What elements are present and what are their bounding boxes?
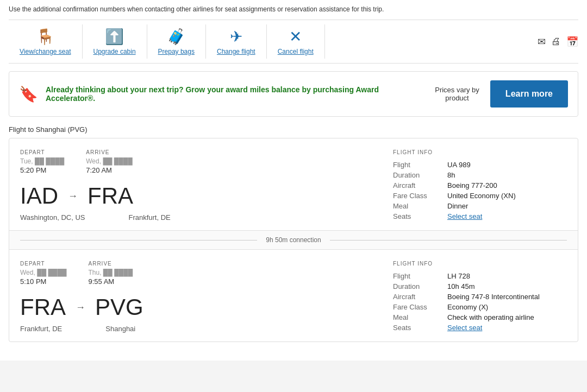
duration-label-2: Duration <box>393 281 447 292</box>
seats-label: Seats <box>393 211 447 222</box>
segment-1-depart-col: DEPART Tue, ██ ████ 5:20 PM <box>20 149 64 179</box>
select-seat-link-1[interactable]: Select seat <box>447 212 482 220</box>
flight-number-label-2: Flight <box>393 271 447 281</box>
table-row: Seats Select seat <box>393 323 567 333</box>
table-row: Fare Class United Economy (XN) <box>393 191 567 201</box>
flight-number-value: UA 989 <box>447 160 567 170</box>
table-row: Duration 10h 45m <box>393 281 567 292</box>
meal-label: Meal <box>393 201 447 211</box>
fare-class-value-2: Economy (X) <box>447 302 567 312</box>
duration-label: Duration <box>393 170 447 180</box>
segment-2-flight-info-label: FLIGHT INFO <box>393 261 567 267</box>
segment-2-info-table: Flight LH 728 Duration 10h 45m Aircraft … <box>393 271 567 333</box>
segment-2-main: DEPART Wed, ██ ████ 5:10 PM ARRIVE Thu, … <box>20 261 393 333</box>
cancel-flight-action[interactable]: ✕ Cancel flight <box>267 24 325 59</box>
segment-2-from-city: Frankfurt, DE <box>20 325 62 333</box>
duration-value-2: 10h 45m <box>447 281 567 292</box>
segment-1-arrive-label: ARRIVE <box>86 149 132 155</box>
segment-1-depart-time: 5:20 PM <box>20 166 64 174</box>
action-bar-utilities: ✉ 🖨 📅 <box>538 36 578 48</box>
divider-line-right <box>330 240 567 241</box>
prepay-bags-action[interactable]: 🧳 Prepay bags <box>147 24 206 59</box>
segment-1-flight-info: FLIGHT INFO Flight UA 989 Duration 8h Ai… <box>393 149 567 222</box>
email-icon[interactable]: ✉ <box>538 36 546 48</box>
print-icon[interactable]: 🖨 <box>551 36 561 47</box>
segment-1-flight-info-label: FLIGHT INFO <box>393 149 567 155</box>
segment-2-top: DEPART Wed, ██ ████ 5:10 PM ARRIVE Thu, … <box>20 261 393 290</box>
promo-banner: 🔖 Already thinking about your next trip?… <box>9 71 578 117</box>
segment-1-arrive-time: 7:20 AM <box>86 166 132 174</box>
flight-number-value-2: LH 728 <box>447 271 567 281</box>
view-change-seat-action[interactable]: 🪑 View/change seat <box>9 24 83 59</box>
segment-2-to-code: PVG <box>95 294 143 320</box>
table-row: Flight UA 989 <box>393 160 567 170</box>
segment-2-depart-date: Wed, ██ ████ <box>20 269 66 276</box>
segment-2-arrive-col: ARRIVE Thu, ██ ████ 9:55 AM <box>88 261 133 290</box>
segment-2-arrive-label: ARRIVE <box>88 261 133 267</box>
flight-section-title: Flight to Shanghai (PVG) <box>9 125 578 134</box>
aircraft-label: Aircraft <box>393 180 447 191</box>
table-row: Meal Dinner <box>393 201 567 211</box>
segment-1-airport-row: IAD → FRA <box>20 183 393 209</box>
upgrade-icon: ⬆️ <box>105 28 124 46</box>
fare-class-value: United Economy (XN) <box>447 191 567 201</box>
promo-bookmark-icon: 🔖 <box>19 85 38 103</box>
aircraft-value: Boeing 777-200 <box>447 180 567 191</box>
table-row: Flight LH 728 <box>393 271 567 281</box>
cancel-icon: ✕ <box>289 28 302 46</box>
change-flight-label: Change flight <box>217 48 255 55</box>
table-row: Duration 8h <box>393 170 567 180</box>
upgrade-cabin-label: Upgrade cabin <box>93 48 136 55</box>
segment-1-info-table: Flight UA 989 Duration 8h Aircraft Boein… <box>393 160 567 222</box>
segment-1-main: DEPART Tue, ██ ████ 5:20 PM ARRIVE Wed, … <box>20 149 393 222</box>
segment-1-to-city: Frankfurt, DE <box>128 213 170 222</box>
seats-value: Select seat <box>447 211 567 222</box>
segment-1-from-code: IAD <box>20 183 58 209</box>
connection-divider: 9h 50m connection <box>9 230 578 250</box>
segment-1-arrive-col: ARRIVE Wed, ██ ████ 7:20 AM <box>86 149 132 179</box>
table-row: Meal Check with operating airline <box>393 312 567 323</box>
meal-value-2: Check with operating airline <box>447 312 567 323</box>
segment-1-arrive-date: Wed, ██ ████ <box>86 157 132 165</box>
segment-2-arrive-date: Thu, ██ ████ <box>88 269 133 276</box>
segment-2-to-city: Shanghai <box>105 325 135 333</box>
segment-2-depart-label: DEPART <box>20 261 66 267</box>
promo-text: Already thinking about your next trip? G… <box>46 85 424 103</box>
table-row: Aircraft Boeing 777-200 <box>393 180 567 191</box>
action-bar: 🪑 View/change seat ⬆️ Upgrade cabin 🧳 Pr… <box>9 20 578 64</box>
duration-value: 8h <box>447 170 567 180</box>
connection-text: 9h 50m connection <box>266 236 321 244</box>
prepay-bags-label: Prepay bags <box>158 48 195 55</box>
upgrade-cabin-action[interactable]: ⬆️ Upgrade cabin <box>83 24 147 59</box>
seat-icon: 🪑 <box>36 28 55 46</box>
meal-label-2: Meal <box>393 312 447 323</box>
select-seat-link-2[interactable]: Select seat <box>447 324 482 332</box>
change-flight-action[interactable]: ✈ Change flight <box>206 24 267 59</box>
promo-price-text: Prices vary byproduct <box>435 86 479 102</box>
segment-2-airport-row: FRA → PVG <box>20 294 393 320</box>
segment-2-depart-col: DEPART Wed, ██ ████ 5:10 PM <box>20 261 66 290</box>
table-row: Fare Class Economy (X) <box>393 302 567 312</box>
learn-more-button[interactable]: Learn more <box>490 80 568 108</box>
segment-1-depart-date: Tue, ██ ████ <box>20 157 64 165</box>
table-row: Seats Select seat <box>393 211 567 222</box>
flight-number-label: Flight <box>393 160 447 170</box>
aircraft-value-2: Boeing 747-8 Intercontinental <box>447 292 567 302</box>
fare-class-label: Fare Class <box>393 191 447 201</box>
calendar-icon[interactable]: 📅 <box>566 36 578 48</box>
cancel-flight-label: Cancel flight <box>278 48 314 55</box>
segment-2-arrive-time: 9:55 AM <box>88 277 133 286</box>
segment-2-arrow-icon: → <box>76 302 85 313</box>
segment-2: DEPART Wed, ██ ████ 5:10 PM ARRIVE Thu, … <box>9 250 578 342</box>
segment-1: DEPART Tue, ██ ████ 5:20 PM ARRIVE Wed, … <box>9 138 578 230</box>
meal-value: Dinner <box>447 201 567 211</box>
plane-icon: ✈ <box>230 28 242 46</box>
flight-card: DEPART Tue, ██ ████ 5:20 PM ARRIVE Wed, … <box>9 138 578 342</box>
segment-2-depart-time: 5:10 PM <box>20 277 66 286</box>
table-row: Aircraft Boeing 747-8 Intercontinental <box>393 292 567 302</box>
promo-bold-text: Already thinking about your next trip? G… <box>46 85 379 103</box>
seats-value-2: Select seat <box>447 323 567 333</box>
top-notice: Use the additional confirmation numbers … <box>9 5 578 13</box>
seats-label-2: Seats <box>393 323 447 333</box>
segment-1-depart-label: DEPART <box>20 149 64 155</box>
